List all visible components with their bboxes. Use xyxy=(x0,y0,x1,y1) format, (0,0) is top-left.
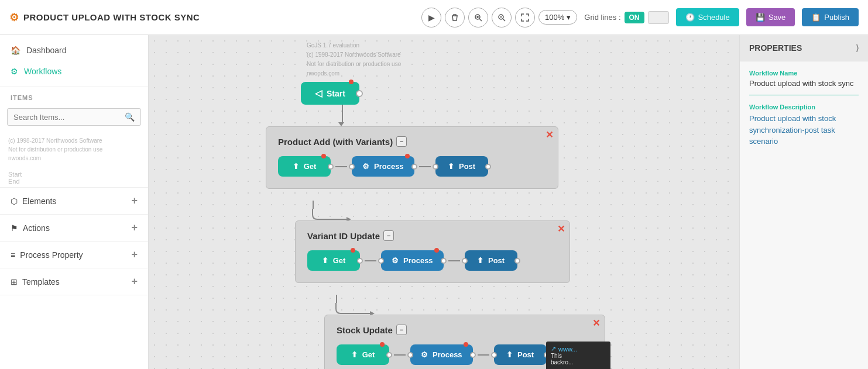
publish-button[interactable]: 📋 Publish xyxy=(802,8,859,26)
sidebar: 🏠 Dashboard ⚙ Workflows ITEMS 🔍 (c) 1998… xyxy=(0,35,149,369)
delete-button[interactable] xyxy=(445,8,465,27)
publish-icon: 📋 xyxy=(811,13,821,22)
accordion-actions-header[interactable]: ⚑ Actions + xyxy=(0,215,148,241)
start-node-wrapper: ◁ Start xyxy=(301,82,359,105)
sidebar-item-workflows[interactable]: ⚙ Workflows xyxy=(0,61,148,82)
group1-get-right-dot xyxy=(328,164,334,170)
workflow-canvas[interactable]: GoJS 1.7 evaluation (c) 1998-2017 Northw… xyxy=(149,35,739,369)
accordion-templates: ⊞ Templates + xyxy=(0,268,148,295)
group3-process-right-dot xyxy=(470,352,476,358)
group2-post-label: Post xyxy=(488,256,505,265)
accordion-templates-header[interactable]: ⊞ Templates + xyxy=(0,268,148,295)
group2-post-right-dot xyxy=(514,258,520,264)
group2-get-red-dot xyxy=(351,248,355,253)
fit-button[interactable] xyxy=(515,8,535,27)
group2-process-node[interactable]: ⚙ Process xyxy=(381,250,444,271)
canvas-watermark: GoJS 1.7 evaluation (c) 1998-2017 Northw… xyxy=(307,41,401,78)
templates-icon: ⊞ xyxy=(11,277,18,287)
elements-icon: ⬡ xyxy=(11,196,18,206)
workflows-icon: ⚙ xyxy=(11,67,18,76)
sidebar-accordion: ⬡ Elements + ⚑ Actions + xyxy=(0,187,148,295)
group3-get-node[interactable]: ⬆ Get xyxy=(337,344,389,365)
accordion-elements-header[interactable]: ⬡ Elements + xyxy=(0,188,148,214)
sidebar-watermark: (c) 1998-2017 Northwoods SoftwareNot for… xyxy=(0,130,148,168)
group-product-add[interactable]: ✕ Product Add (with Variants) − ⬆ Get xyxy=(266,126,558,189)
grid-toggle-area: Grid lines : ON xyxy=(584,11,668,24)
group3-process-node[interactable]: ⚙ Process xyxy=(410,344,473,365)
search-box: 🔍 xyxy=(7,108,141,126)
zoom-value: 100% xyxy=(545,13,564,22)
group2-get-node[interactable]: ⬆ Get xyxy=(307,250,360,271)
workflow-name-value: Product upload with stock sync xyxy=(749,79,859,95)
group1-get-node[interactable]: ⬆ Get xyxy=(278,156,331,177)
process-property-icon: ≡ xyxy=(11,250,15,260)
accordion-elements: ⬡ Elements + xyxy=(0,188,148,215)
zoom-in-button[interactable] xyxy=(468,8,488,27)
start-node[interactable]: ◁ Start xyxy=(301,82,359,105)
group1-post-right-dot xyxy=(485,164,491,170)
grid-toggle-box[interactable] xyxy=(648,11,669,24)
group3-post-left-dot xyxy=(491,352,497,358)
group2-tasks: ⬆ Get ⚙ Process xyxy=(307,250,558,271)
connector-group2-to-group3 xyxy=(324,295,371,315)
dashboard-icon: 🏠 xyxy=(11,46,20,55)
group2-close-button[interactable]: ✕ xyxy=(557,223,565,234)
group1-post-left-dot xyxy=(433,164,438,170)
chevron-down-icon: ▾ xyxy=(567,13,571,22)
group-variant-id-update[interactable]: ✕ Variant ID Update − ⬆ Get xyxy=(295,220,570,283)
workflow-desc-value: Product upload with stock synchronizatio… xyxy=(749,113,859,147)
group3-process-left-dot xyxy=(407,352,413,358)
accordion-process-property-header[interactable]: ≡ Process Property + xyxy=(0,242,148,268)
actions-icon: ⚑ xyxy=(11,223,18,233)
sidebar-nav: 🏠 Dashboard ⚙ Workflows xyxy=(0,35,148,87)
group3-get-label: Get xyxy=(362,350,375,359)
play-button[interactable]: ▶ xyxy=(421,8,441,27)
workflow-icon: ⚙ xyxy=(9,11,19,24)
accordion-process-property: ≡ Process Property + xyxy=(0,242,148,268)
toolbar: ▶ 100% xyxy=(421,8,668,27)
group2-process-left-dot xyxy=(378,258,384,264)
group2-get-right-dot xyxy=(357,258,363,264)
schedule-icon: 🕐 xyxy=(685,13,695,22)
svg-line-1 xyxy=(479,19,482,21)
app-header: ⚙ PRODUCT UPLOAD WITH STOCK SYNC ▶ xyxy=(0,0,868,35)
properties-header: PROPERTIES ⟩ xyxy=(740,35,868,61)
items-section-title: ITEMS xyxy=(0,87,148,104)
group1-tasks: ⬆ Get ⚙ Process xyxy=(278,156,546,177)
tooltip-link[interactable]: ↗ www... xyxy=(551,345,606,353)
group1-close-button[interactable]: ✕ xyxy=(545,129,553,140)
group3-title-area: Stock Update − xyxy=(337,325,593,335)
sidebar-item-dashboard[interactable]: 🏠 Dashboard xyxy=(0,40,148,61)
group3-process-icon: ⚙ xyxy=(421,350,428,359)
group1-process-node[interactable]: ⚙ Process xyxy=(352,156,414,177)
start-node-icon: ◁ xyxy=(315,88,322,99)
zoom-selector[interactable]: 100% ▾ xyxy=(538,10,577,25)
group3-collapse-button[interactable]: − xyxy=(396,325,407,335)
group1-collapse-button[interactable]: − xyxy=(396,136,407,147)
group1-post-label: Post xyxy=(459,162,475,171)
zoom-out-button[interactable] xyxy=(492,8,512,27)
grid-toggle-on[interactable]: ON xyxy=(625,12,644,23)
group3-get-icon: ⬆ xyxy=(351,350,358,359)
group1-post-node[interactable]: ⬆ Post xyxy=(435,156,488,177)
group3-title-label: Stock Update xyxy=(337,325,393,335)
connector2-1 xyxy=(365,260,376,261)
tooltip-overlay: ↗ www... Thisbackro... xyxy=(546,342,610,369)
dashboard-label: Dashboard xyxy=(26,46,67,55)
group3-post-node[interactable]: ⬆ Post xyxy=(494,344,547,365)
workflow-name-label: Workflow Name xyxy=(749,70,859,77)
schedule-button[interactable]: 🕐 Schedule xyxy=(676,8,739,26)
group2-process-right-dot xyxy=(441,258,447,264)
page-title: PRODUCT UPLOAD WITH STOCK SYNC xyxy=(23,12,200,22)
group3-close-button[interactable]: ✕ xyxy=(592,318,600,329)
workflow-desc-label: Workflow Description xyxy=(749,104,859,111)
group1-process-left-dot xyxy=(349,164,355,170)
group2-collapse-button[interactable]: − xyxy=(383,230,394,241)
save-button[interactable]: 💾 Save xyxy=(746,8,795,26)
properties-collapse-icon[interactable]: ⟩ xyxy=(856,43,859,53)
start-red-dot xyxy=(349,80,354,84)
group2-post-node[interactable]: ⬆ Post xyxy=(465,250,517,271)
search-input[interactable] xyxy=(13,113,125,122)
group2-title-area: Variant ID Update − xyxy=(307,230,558,241)
properties-panel: PROPERTIES ⟩ Workflow Name Product uploa… xyxy=(739,35,868,369)
